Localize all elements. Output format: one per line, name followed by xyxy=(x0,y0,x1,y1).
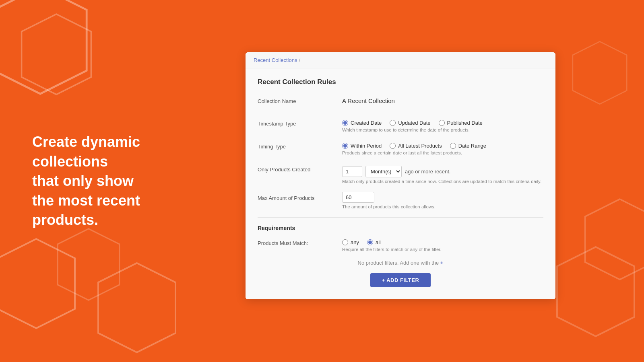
products-number-input[interactable] xyxy=(342,166,362,177)
svg-marker-1 xyxy=(22,14,91,95)
timestamp-published-radio[interactable] xyxy=(439,120,445,126)
requirements-title: Requirements xyxy=(258,225,543,231)
timing-type-row: Timing Type Within Period All Latest Pro… xyxy=(258,140,543,155)
breadcrumb-separator: / xyxy=(299,57,300,63)
timing-within-period[interactable]: Within Period xyxy=(342,143,382,149)
svg-marker-2 xyxy=(0,239,75,328)
timing-date-range-label: Date Range xyxy=(458,143,486,149)
match-radio-group: any all xyxy=(342,237,543,245)
form-area: Recent Collection Rules Collection Name … xyxy=(246,68,555,299)
timestamp-created-date[interactable]: Created Date xyxy=(342,120,382,126)
products-must-match-row: Products Must Match: any all Require all… xyxy=(258,237,543,252)
timestamp-type-row: Timestamp Type Created Date Updated Date xyxy=(258,117,543,132)
form-title: Recent Collection Rules xyxy=(258,78,543,86)
add-filter-button[interactable]: + ADD FILTER xyxy=(370,273,430,287)
timing-type-control: Within Period All Latest Products Date R… xyxy=(342,140,543,155)
max-amount-hint: The amount of products this collection a… xyxy=(342,204,543,209)
timestamp-updated-date[interactable]: Updated Date xyxy=(390,120,430,126)
no-filters-label: No product filters. Add one with the xyxy=(358,260,439,266)
hero-text: Create dynamic collections that only sho… xyxy=(32,132,201,230)
only-products-label: Only Products Created xyxy=(258,163,342,173)
products-must-match-label: Products Must Match: xyxy=(258,237,342,246)
only-products-row: Only Products Created Day(s) Week(s) Mon… xyxy=(258,163,543,184)
timing-date-range[interactable]: Date Range xyxy=(450,143,486,149)
breadcrumb-bar: Recent Collections / xyxy=(246,52,555,68)
collection-name-row: Collection Name A Recent Collection xyxy=(258,95,543,109)
timestamp-created-label: Created Date xyxy=(351,120,382,126)
timestamp-published-date[interactable]: Published Date xyxy=(439,120,483,126)
svg-marker-6 xyxy=(585,199,644,280)
hero-line2: that only show xyxy=(32,173,134,189)
products-unit-select[interactable]: Day(s) Week(s) Month(s) Year(s) xyxy=(365,166,402,177)
timestamp-hint: Which timestamp to use to determine the … xyxy=(342,128,543,132)
timing-within-label: Within Period xyxy=(351,143,382,149)
timing-hint: Products since a certain date or just al… xyxy=(342,150,543,155)
products-created-row: Day(s) Week(s) Month(s) Year(s) ago or m… xyxy=(342,163,543,177)
section-divider xyxy=(258,217,543,218)
ago-text: ago or more recent. xyxy=(405,169,450,175)
timing-date-range-radio[interactable] xyxy=(450,143,456,149)
collection-name-value: A Recent Collection xyxy=(342,95,543,106)
max-amount-control: The amount of products this collection a… xyxy=(342,192,543,209)
timestamp-created-radio[interactable] xyxy=(342,120,348,126)
max-amount-label: Max Amount of Products xyxy=(258,192,342,201)
match-any-label: any xyxy=(351,239,359,245)
svg-marker-3 xyxy=(58,229,120,300)
timestamp-radio-group: Created Date Updated Date Published Date xyxy=(342,117,543,126)
match-all-label: all xyxy=(376,239,381,245)
timing-all-latest-radio[interactable] xyxy=(390,143,396,149)
svg-marker-7 xyxy=(573,41,627,104)
collection-name-control: A Recent Collection xyxy=(342,95,543,106)
match-any-option[interactable]: any xyxy=(342,239,359,245)
collection-name-label: Collection Name xyxy=(258,95,342,104)
max-amount-input[interactable] xyxy=(342,192,374,203)
timing-within-radio[interactable] xyxy=(342,143,348,149)
only-products-hint: Match only products created a time since… xyxy=(342,179,543,184)
svg-marker-5 xyxy=(557,247,634,336)
timing-radio-group: Within Period All Latest Products Date R… xyxy=(342,140,543,149)
breadcrumb-link[interactable]: Recent Collections xyxy=(254,57,297,63)
match-hint: Require all the filters to match or any … xyxy=(342,247,543,252)
timing-type-label: Timing Type xyxy=(258,140,342,150)
max-amount-row: Max Amount of Products The amount of pro… xyxy=(258,192,543,209)
match-any-radio[interactable] xyxy=(342,239,348,245)
timing-all-latest-label: All Latest Products xyxy=(398,143,442,149)
match-all-radio[interactable] xyxy=(367,239,373,245)
only-products-control: Day(s) Week(s) Month(s) Year(s) ago or m… xyxy=(342,163,543,184)
timestamp-published-label: Published Date xyxy=(447,120,483,126)
hero-line3: the most recent products. xyxy=(32,192,140,228)
timestamp-updated-label: Updated Date xyxy=(398,120,430,126)
hero-line1: Create dynamic collections xyxy=(32,134,140,170)
timing-all-latest[interactable]: All Latest Products xyxy=(390,143,442,149)
no-filters-text: No product filters. Add one with the + xyxy=(258,260,543,266)
svg-marker-0 xyxy=(0,0,87,94)
timestamp-type-label: Timestamp Type xyxy=(258,117,342,127)
svg-marker-4 xyxy=(98,263,175,352)
main-card: Recent Collections / Recent Collection R… xyxy=(246,52,555,299)
timestamp-type-control: Created Date Updated Date Published Date… xyxy=(342,117,543,132)
timestamp-updated-radio[interactable] xyxy=(390,120,396,126)
match-all-option[interactable]: all xyxy=(367,239,381,245)
match-control: any all Require all the filters to match… xyxy=(342,237,543,252)
plus-icon: + xyxy=(440,260,444,266)
